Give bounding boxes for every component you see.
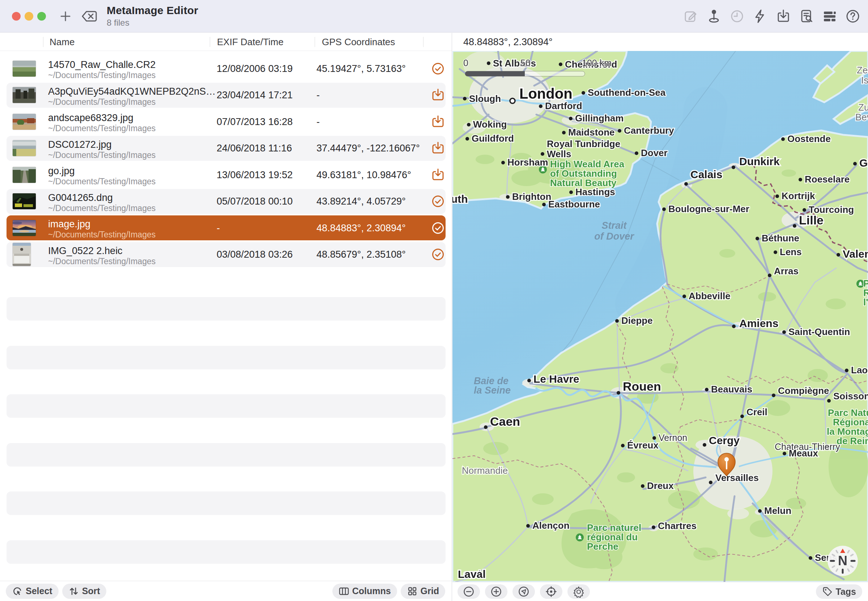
map-label: Valenciennes — [843, 248, 868, 260]
map-canvas[interactable]: St AlbansChelmsfordSloughLondonSouthend-… — [452, 51, 868, 582]
file-path: ~/Documents/Testing/Images — [48, 256, 156, 266]
map-settings-button[interactable] — [567, 584, 590, 599]
navigation-arrow-icon — [518, 586, 530, 598]
column-header-name[interactable]: Name — [50, 33, 75, 51]
city-dot — [684, 182, 688, 186]
column-header-gps[interactable]: GPS Coordinates — [322, 33, 395, 51]
city-dot — [781, 137, 785, 141]
file-gps: 48.85679°, 2.35108° — [316, 249, 425, 260]
city-dot — [709, 480, 712, 484]
window-title-block: MetaImage Editor 8 files — [107, 5, 198, 28]
zoom-window-button[interactable] — [37, 12, 46, 21]
city-dot — [809, 556, 812, 560]
city-dot — [618, 129, 621, 133]
map-panel: 48.84883°, 2.30894° — [452, 33, 868, 601]
map-label: Perche — [587, 541, 619, 552]
map-label: Creil — [746, 407, 767, 417]
city-dot — [802, 208, 806, 212]
map-label: of Dover — [594, 231, 634, 242]
map-label: Compiègne — [778, 385, 829, 396]
select-button-label: Select — [26, 586, 52, 596]
file-row[interactable]: go.jpg ~/Documents/Testing/Images 13/06/… — [6, 162, 446, 187]
map-compass[interactable]: N — [827, 546, 858, 576]
history-button[interactable] — [728, 8, 746, 25]
file-gps: 43.89214°, 4.05729° — [316, 196, 425, 207]
file-row[interactable]: 14570_Raw_Challe.CR2 ~/Documents/Testing… — [6, 56, 446, 81]
file-row[interactable]: A3pQuViEy54adKQ1WNEPB2Q2nSvlF... ~/Docum… — [6, 83, 446, 108]
map-label: Soissons — [833, 390, 868, 401]
map-label: Hastings — [575, 186, 615, 197]
map-label: Melun — [764, 505, 791, 516]
import-gps-icon[interactable] — [430, 87, 446, 103]
grid-button[interactable]: Grid — [401, 584, 445, 599]
automate-button[interactable] — [752, 8, 769, 25]
import-button[interactable] — [775, 8, 792, 25]
city-dot — [775, 194, 779, 198]
select-button[interactable]: Select — [6, 584, 59, 599]
help-button[interactable] — [844, 8, 862, 25]
column-separator — [210, 37, 210, 47]
file-list-panel: Name EXIF Date/Time GPS Coordinates 1457… — [0, 33, 452, 601]
map-label: Amiens — [739, 317, 778, 329]
file-row[interactable]: andscape68329.jpg ~/Documents/Testing/Im… — [6, 109, 446, 134]
file-row-selected[interactable]: image.jpg ~/Documents/Testing/Images - 4… — [6, 215, 446, 240]
city-dot — [541, 152, 544, 156]
import-gps-icon[interactable] — [430, 140, 446, 156]
traffic-lights — [12, 12, 46, 21]
lightning-bolt-icon — [752, 8, 768, 24]
locations-button[interactable] — [705, 8, 723, 25]
map-label: Boulogne-sur-Mer — [668, 203, 749, 214]
geotagged-check-icon[interactable] — [430, 61, 446, 76]
city-dot — [487, 61, 491, 65]
list-rows-icon — [822, 8, 837, 24]
city-dot — [569, 117, 573, 121]
inspect-button[interactable] — [798, 8, 815, 25]
locate-crosshair-icon — [545, 586, 557, 598]
close-window-button[interactable] — [12, 12, 21, 21]
svg-text:0: 0 — [463, 58, 468, 68]
map-view[interactable]: St AlbansChelmsfordSloughLondonSouthend-… — [452, 51, 868, 582]
geotagged-check-icon[interactable] — [430, 193, 446, 209]
city-dot — [740, 415, 744, 418]
clear-list-button[interactable] — [81, 8, 98, 25]
add-files-button[interactable] — [57, 8, 74, 25]
compose-button[interactable] — [682, 8, 700, 25]
map-label: Rouen — [623, 380, 661, 393]
geotagged-check-icon[interactable] — [430, 247, 446, 262]
minimize-window-button[interactable] — [24, 12, 33, 21]
city-dot — [732, 166, 735, 169]
file-row[interactable]: DSC01272.jpg ~/Documents/Testing/Images … — [6, 136, 446, 161]
file-thumbnail — [13, 61, 36, 76]
column-header-date[interactable]: EXIF Date/Time — [217, 33, 284, 51]
city-dot — [768, 274, 772, 277]
map-label: la Seine — [474, 385, 511, 396]
import-gps-icon[interactable] — [430, 114, 446, 130]
map-label: l' — [863, 297, 868, 308]
file-path: ~/Documents/Testing/Images — [48, 97, 156, 107]
map-label: Arras — [774, 265, 799, 276]
center-on-pin-button[interactable] — [512, 584, 535, 599]
map-label: Beauvais — [711, 384, 752, 395]
columns-button[interactable]: Columns — [332, 584, 397, 599]
sort-button[interactable]: Sort — [62, 584, 106, 599]
import-gps-icon[interactable] — [430, 167, 446, 183]
city-dot — [539, 104, 542, 108]
map-label: Wells — [547, 148, 571, 159]
map-label: Kortrijk — [782, 191, 815, 201]
zoom-out-button[interactable] — [457, 584, 480, 599]
map-label: Laval — [458, 568, 486, 580]
file-row[interactable]: IMG_0522 2.heic ~/Documents/Testing/Imag… — [6, 242, 446, 267]
zoom-in-button[interactable] — [485, 584, 507, 599]
tags-button[interactable]: Tags — [816, 584, 863, 599]
current-location-button[interactable] — [540, 584, 562, 599]
gear-icon — [573, 586, 585, 598]
city-dot — [510, 98, 515, 103]
map-label: Saint-Quentin — [789, 326, 850, 337]
file-row[interactable]: G0041265.dng ~/Documents/Testing/Images … — [6, 189, 446, 214]
city-dot — [705, 388, 709, 391]
geotagged-check-icon[interactable] — [430, 220, 446, 236]
file-name: A3pQuViEy54adKQ1WNEPB2Q2nSvlF... — [48, 86, 218, 97]
map-label: Dover — [641, 148, 668, 158]
queue-button[interactable] — [821, 8, 838, 25]
map-header: 48.84883°, 2.30894° — [452, 33, 868, 51]
